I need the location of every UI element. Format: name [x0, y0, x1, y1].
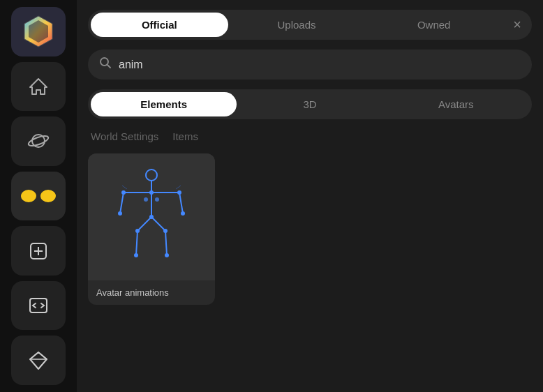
- tab-3d[interactable]: 3D: [237, 92, 382, 116]
- svg-line-21: [151, 217, 165, 231]
- content-grid: Avatar animations: [88, 153, 532, 305]
- svg-point-28: [181, 211, 185, 216]
- app-logo-icon: [20, 13, 57, 50]
- tab-official[interactable]: Official: [91, 13, 228, 37]
- svg-point-25: [121, 190, 126, 195]
- top-tabs-bar: Official Uploads Owned ×: [88, 10, 532, 40]
- svg-point-26: [177, 190, 181, 195]
- category-world-settings[interactable]: World Settings: [91, 130, 158, 142]
- eyes-icon: [21, 190, 56, 202]
- search-input[interactable]: [119, 59, 521, 71]
- svg-point-3: [27, 135, 50, 149]
- svg-point-14: [146, 169, 157, 181]
- svg-point-34: [144, 197, 148, 202]
- svg-marker-8: [30, 352, 47, 369]
- tab-owned[interactable]: Owned: [365, 13, 503, 37]
- svg-point-35: [155, 197, 159, 202]
- svg-line-19: [179, 193, 183, 213]
- search-bar: [88, 50, 532, 80]
- home-icon: [27, 75, 50, 98]
- grid-item-label: Avatar animations: [88, 280, 215, 305]
- tab-uploads[interactable]: Uploads: [228, 13, 366, 37]
- svg-line-20: [137, 217, 151, 231]
- svg-line-22: [136, 231, 137, 255]
- svg-point-30: [135, 229, 140, 233]
- sidebar-item-code[interactable]: [11, 281, 66, 331]
- svg-line-23: [165, 231, 167, 255]
- sidebar-item-planet[interactable]: [11, 116, 66, 166]
- svg-line-37: [176, 186, 181, 189]
- svg-line-18: [120, 193, 124, 213]
- category-links: World Settings Items: [88, 130, 532, 142]
- category-items[interactable]: Items: [172, 130, 198, 142]
- sidebar-item-add[interactable]: [11, 226, 66, 276]
- svg-line-10: [30, 352, 38, 359]
- close-button[interactable]: ×: [505, 13, 529, 37]
- svg-line-36: [122, 186, 127, 189]
- svg-point-31: [163, 229, 168, 233]
- sidebar-item-home[interactable]: [11, 62, 66, 112]
- sidebar: [0, 0, 77, 392]
- sidebar-item-diamond[interactable]: [11, 336, 66, 385]
- search-icon: [99, 56, 112, 73]
- code-icon: [27, 294, 50, 317]
- avatar-animation-preview: [110, 161, 193, 273]
- tab-elements[interactable]: Elements: [91, 92, 237, 116]
- grid-item-image: [88, 153, 215, 280]
- sub-tabs-bar: Elements 3D Avatars: [88, 89, 532, 119]
- main-panel: Official Uploads Owned × Elements 3D Ava…: [77, 0, 543, 392]
- svg-line-11: [38, 352, 47, 359]
- svg-line-13: [107, 65, 111, 68]
- tab-avatars[interactable]: Avatars: [383, 92, 529, 116]
- planet-icon: [27, 130, 50, 152]
- svg-point-27: [118, 211, 122, 216]
- svg-point-32: [134, 253, 138, 257]
- grid-item-avatar-animations[interactable]: Avatar animations: [88, 153, 215, 305]
- sidebar-item-logo[interactable]: [11, 7, 66, 56]
- sidebar-item-eyes[interactable]: [11, 172, 66, 221]
- diamond-icon: [27, 349, 50, 372]
- svg-point-24: [149, 190, 154, 195]
- svg-point-29: [149, 215, 154, 219]
- svg-point-33: [165, 253, 169, 257]
- add-icon: [27, 240, 50, 262]
